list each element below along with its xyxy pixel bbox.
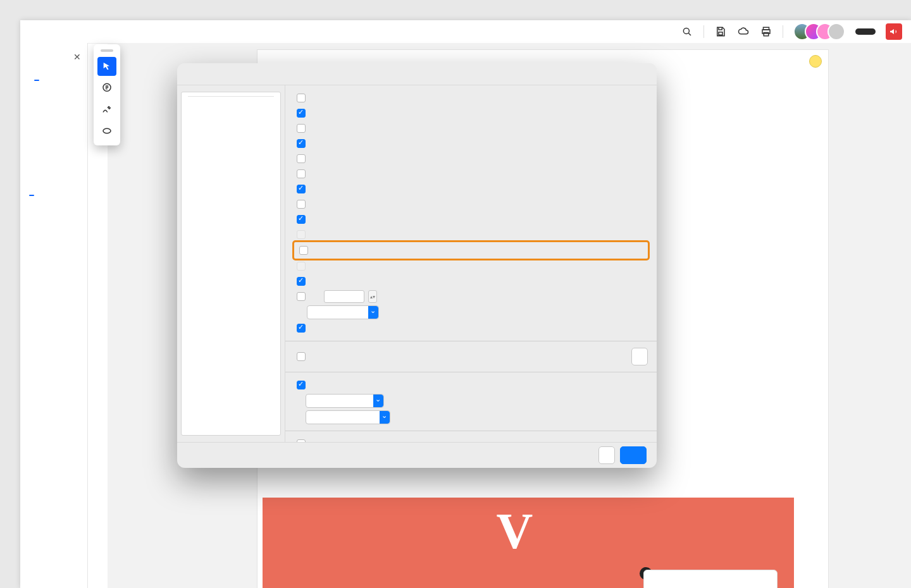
avatar-group[interactable] [793,23,845,40]
cancel-button[interactable] [598,446,615,464]
section-divider [285,341,657,341]
warnings-row [294,346,648,367]
embedded-window [643,570,778,588]
app-toolbar [20,20,911,44]
checkbox[interactable] [297,185,306,193]
pref-row-disabled [294,227,648,242]
find-text[interactable] [677,25,693,38]
pref-row[interactable] [294,90,648,106]
draw-tool[interactable] [97,100,116,119]
settings-content: ▴▾ [285,85,657,442]
pref-row-disabled [294,259,648,274]
avatar-more [827,23,845,40]
checkbox[interactable] [297,94,306,102]
tool-palette[interactable] [94,44,120,145]
comment-tool[interactable] [97,78,116,97]
pref-row[interactable] [294,121,648,136]
pref-row[interactable]: ▴▾ [294,289,648,304]
divider [703,25,704,38]
pref-row[interactable] [294,321,648,336]
pref-row[interactable] [294,151,648,166]
share-button[interactable] [855,28,876,35]
checkbox [297,230,306,239]
svg-line-1 [688,33,691,35]
diagnostics-row [294,409,648,426]
pref-row[interactable] [294,212,648,227]
sticky-note-icon[interactable] [809,55,822,68]
left-sidebar: ✕ [20,43,88,588]
crash-select[interactable] [306,394,384,408]
checkbox[interactable] [297,200,306,209]
touch-mode-row [294,304,648,321]
page-banner: V [263,498,794,588]
save-icon[interactable] [714,25,727,38]
startup-row [294,436,648,442]
checkbox[interactable] [297,439,306,442]
shape-tool[interactable] [97,121,116,140]
svg-point-7 [103,128,111,133]
categories-label [177,85,285,92]
section-divider [285,372,657,372]
diag-select[interactable] [306,410,390,424]
print-icon[interactable] [760,25,772,38]
divider [783,25,783,38]
select-value [310,413,313,422]
checkbox[interactable] [297,169,306,178]
checkbox[interactable] [297,124,306,133]
categories-pane [177,85,285,442]
new-badge [29,195,34,196]
pref-row[interactable] [294,197,648,212]
checkbox[interactable] [297,215,306,224]
dialog-title [177,63,657,85]
checkbox [297,262,306,271]
checkbox[interactable] [297,352,306,361]
cloud-icon[interactable] [737,25,750,38]
checkbox[interactable] [297,381,306,389]
checkbox[interactable] [297,324,306,333]
touch-mode-select[interactable] [307,305,379,319]
sidebar-item[interactable] [29,195,87,196]
checkbox[interactable] [297,109,306,118]
search-icon [681,25,693,38]
checkbox[interactable] [297,154,306,163]
categories-list[interactable] [181,92,281,436]
checkbox[interactable] [297,277,306,286]
reset-warnings-button[interactable] [631,348,648,365]
new-badge [34,80,39,81]
checkbox[interactable] [297,139,306,148]
section-divider [285,431,657,431]
sidebar-item[interactable] [29,80,87,81]
svg-point-0 [683,28,689,34]
banner-letter: V [497,503,533,560]
preferences-dialog: ▴▾ [177,63,657,468]
svg-rect-2 [719,32,722,35]
crash-reports-row [294,393,648,409]
pref-row-highlighted[interactable] [294,242,648,259]
ok-button[interactable] [620,446,647,464]
dialog-footer [177,442,657,468]
arrow-tool[interactable] [97,57,116,76]
checkbox[interactable] [297,292,306,301]
close-icon[interactable]: ✕ [73,52,81,62]
pref-row[interactable] [294,136,648,151]
pref-row[interactable] [294,181,648,197]
pref-row[interactable] [294,106,648,121]
stepper[interactable]: ▴▾ [368,290,377,303]
pref-row[interactable] [294,166,648,181]
checkbox[interactable] [299,246,308,255]
pref-row[interactable] [294,377,648,393]
drag-handle[interactable] [101,49,113,52]
list-divider [188,96,274,97]
megaphone-icon[interactable] [886,23,902,40]
pref-row[interactable] [294,274,648,289]
resolution-field[interactable] [324,290,364,303]
